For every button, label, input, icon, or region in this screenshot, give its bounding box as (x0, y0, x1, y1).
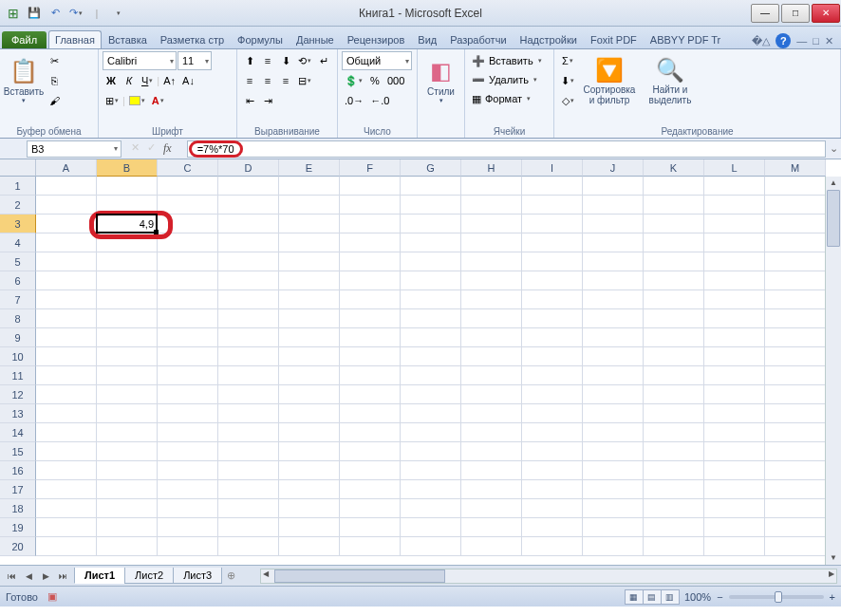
cell[interactable] (461, 233, 522, 252)
cell[interactable] (765, 215, 826, 233)
cell[interactable] (218, 385, 279, 404)
cell[interactable] (340, 404, 401, 423)
row-header[interactable]: 17 (0, 480, 36, 499)
help-icon[interactable]: ? (776, 33, 791, 48)
cell[interactable] (158, 328, 218, 347)
cell[interactable] (401, 518, 461, 537)
bold-button[interactable]: Ж (103, 71, 120, 90)
row-header[interactable]: 9 (0, 328, 36, 347)
cell[interactable] (461, 366, 522, 385)
cell[interactable] (279, 442, 340, 461)
cell[interactable] (765, 404, 826, 423)
increase-indent-icon[interactable]: ⇥ (259, 91, 276, 110)
cell[interactable] (583, 233, 644, 252)
cell[interactable] (218, 177, 279, 196)
cell[interactable] (522, 177, 583, 196)
cell[interactable] (461, 252, 522, 271)
cell[interactable] (279, 309, 340, 328)
font-name-combo[interactable]: Calibri (103, 51, 177, 70)
cell[interactable] (583, 442, 644, 461)
cell[interactable] (583, 480, 644, 499)
cell[interactable] (218, 215, 279, 233)
cell[interactable] (461, 537, 522, 556)
cell[interactable] (522, 252, 583, 271)
cell[interactable] (765, 271, 826, 290)
cell[interactable] (583, 177, 644, 196)
cell[interactable] (279, 537, 340, 556)
cell[interactable] (765, 499, 826, 518)
align-top-icon[interactable]: ⬆ (241, 51, 258, 70)
cell[interactable] (461, 480, 522, 499)
grow-font-icon[interactable]: A↑ (160, 71, 178, 90)
cell[interactable] (401, 233, 461, 252)
cell[interactable] (158, 309, 218, 328)
row-header[interactable]: 13 (0, 404, 36, 423)
cell[interactable] (704, 442, 765, 461)
column-header[interactable]: M (765, 159, 826, 177)
cell[interactable] (704, 518, 765, 537)
insert-cells-button[interactable]: ➕Вставить (469, 51, 549, 70)
select-all-corner[interactable] (0, 159, 36, 177)
cell[interactable] (158, 233, 218, 252)
cell[interactable] (583, 385, 644, 404)
cell[interactable] (36, 196, 97, 215)
cell[interactable] (158, 177, 218, 196)
cell[interactable] (522, 347, 583, 366)
cancel-formula-icon[interactable]: ✕ (131, 141, 140, 156)
cell[interactable] (97, 177, 158, 196)
find-select-button[interactable]: 🔍Найти и выделить (642, 51, 699, 112)
cell[interactable] (644, 423, 704, 442)
cell[interactable] (644, 271, 704, 290)
cell[interactable] (401, 385, 461, 404)
row-header[interactable]: 18 (0, 499, 36, 518)
cell[interactable] (461, 499, 522, 518)
ribbon-tab-5[interactable]: Рецензиров (341, 30, 412, 48)
cell[interactable] (583, 537, 644, 556)
cell[interactable] (279, 271, 340, 290)
cell[interactable] (765, 537, 826, 556)
font-color-icon[interactable]: A (149, 91, 167, 110)
cell[interactable] (218, 537, 279, 556)
increase-decimal-icon[interactable]: .0→ (342, 91, 366, 110)
column-header[interactable]: C (158, 159, 218, 177)
ribbon-tab-7[interactable]: Разработчи (443, 30, 513, 48)
cell[interactable] (401, 366, 461, 385)
cell[interactable] (522, 215, 583, 233)
cell[interactable] (704, 366, 765, 385)
page-break-view-icon[interactable]: ▥ (661, 589, 680, 605)
cell[interactable] (340, 328, 401, 347)
cell[interactable] (401, 215, 461, 233)
cell[interactable] (644, 385, 704, 404)
align-center-icon[interactable]: ≡ (259, 71, 276, 90)
cell[interactable] (644, 215, 704, 233)
fx-icon[interactable]: fx (163, 141, 178, 156)
format-painter-icon[interactable]: 🖌 (46, 91, 63, 110)
cell[interactable] (704, 423, 765, 442)
cell[interactable] (218, 518, 279, 537)
cell[interactable] (522, 233, 583, 252)
cell[interactable] (97, 442, 158, 461)
cell[interactable] (704, 347, 765, 366)
cell[interactable] (218, 347, 279, 366)
cell[interactable] (97, 423, 158, 442)
cell[interactable] (644, 309, 704, 328)
cell[interactable] (158, 518, 218, 537)
cell[interactable] (97, 309, 158, 328)
borders-icon[interactable]: ⊞ (103, 91, 121, 110)
cell[interactable] (644, 404, 704, 423)
cell[interactable] (36, 271, 97, 290)
cell[interactable] (340, 366, 401, 385)
cell[interactable] (97, 290, 158, 309)
row-header[interactable]: 15 (0, 442, 36, 461)
shrink-font-icon[interactable]: A↓ (179, 71, 197, 90)
cell[interactable] (461, 196, 522, 215)
cell[interactable] (97, 404, 158, 423)
cell[interactable] (765, 423, 826, 442)
cell[interactable] (461, 309, 522, 328)
cell[interactable] (340, 385, 401, 404)
merge-icon[interactable]: ⊟ (295, 71, 314, 90)
cell[interactable] (522, 518, 583, 537)
cell[interactable] (36, 347, 97, 366)
cell[interactable] (704, 252, 765, 271)
cell[interactable] (158, 404, 218, 423)
